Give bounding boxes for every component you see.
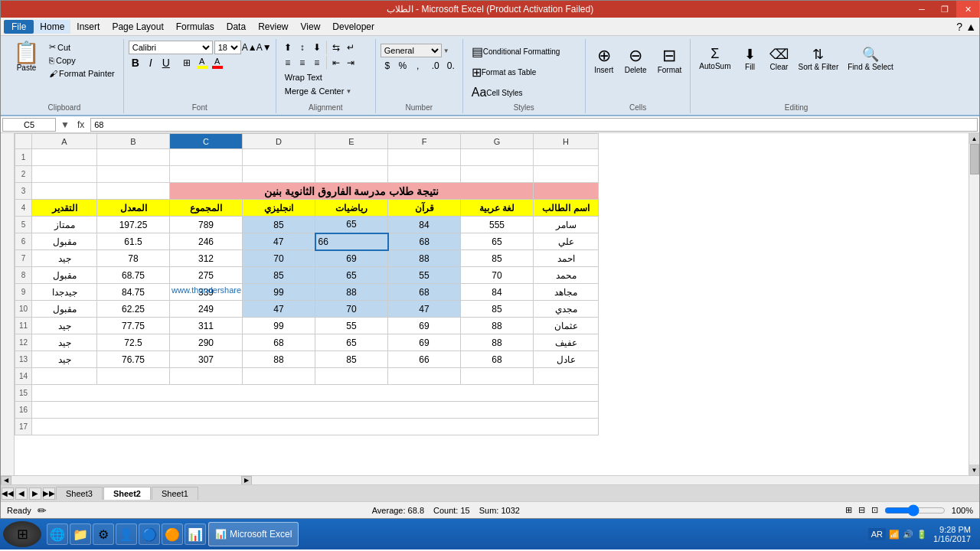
cell-english-5[interactable]: 99 — [243, 284, 315, 301]
taskbar-folder-btn[interactable]: 📁 — [70, 523, 91, 545]
sheet-nav-next[interactable]: ▶ — [29, 487, 41, 500]
header-moaadal[interactable]: المعدل — [97, 200, 170, 217]
cell-b2[interactable] — [97, 166, 170, 183]
underline-button[interactable]: U — [159, 56, 173, 70]
cell-e1[interactable] — [315, 149, 388, 166]
cell-arabic-9[interactable]: 68 — [461, 351, 534, 368]
sheet-nav-last[interactable]: ▶▶ — [43, 487, 55, 500]
row-number-9[interactable]: 9 — [15, 284, 32, 301]
cell-english-6[interactable]: 47 — [243, 301, 315, 318]
scroll-thumb[interactable] — [970, 144, 979, 174]
cell-name-4[interactable]: محمد — [534, 267, 599, 284]
cell-quran-1[interactable]: 84 — [388, 217, 461, 233]
row-number-8[interactable]: 8 — [15, 267, 32, 284]
col-header-c[interactable]: C — [170, 134, 243, 149]
col-header-g[interactable]: G — [461, 134, 534, 149]
paste-button[interactable]: 📋 Paste — [10, 41, 43, 73]
increase-indent-btn[interactable]: ⇥ — [344, 56, 358, 70]
font-family-select[interactable]: Calibri — [129, 41, 213, 54]
cell-quran-5[interactable]: 68 — [388, 284, 461, 301]
help-icon[interactable]: ? — [956, 21, 962, 33]
row-number-11[interactable]: 11 — [15, 318, 32, 334]
align-left-btn[interactable]: ≡ — [281, 56, 295, 70]
cell-total-1[interactable]: 789 — [170, 217, 243, 233]
row-number-10[interactable]: 10 — [15, 301, 32, 318]
row-number-14[interactable]: 14 — [15, 368, 32, 385]
cell-styles-btn[interactable]: Aa Cell Styles — [468, 83, 580, 102]
cell-name-1[interactable]: سامر — [534, 217, 599, 233]
menu-developer[interactable]: Developer — [326, 20, 381, 34]
vertical-scrollbar[interactable]: ▲ ▼ — [969, 133, 979, 475]
cell-avg-3[interactable]: 78 — [97, 250, 170, 267]
cell-h3[interactable] — [534, 183, 599, 200]
cell-total-4[interactable]: 275 — [170, 267, 243, 284]
align-top-btn[interactable]: ⬆ — [281, 41, 295, 54]
cell-total-5[interactable]: 339www.thundershare.net — [170, 284, 243, 301]
row-number-7[interactable]: 7 — [15, 250, 32, 267]
cell-h14[interactable] — [534, 368, 599, 385]
cell-quran-7[interactable]: 69 — [388, 318, 461, 334]
decrease-font-btn[interactable]: A▼ — [257, 41, 271, 54]
h-scroll-track[interactable] — [11, 477, 241, 484]
cell-c14[interactable] — [170, 368, 243, 385]
decrease-decimal-btn[interactable]: 0. — [444, 59, 458, 73]
cell-arabic-3[interactable]: 85 — [461, 250, 534, 267]
row-number-3[interactable]: 3 — [15, 183, 32, 200]
row-number-4[interactable]: 4 — [15, 200, 32, 217]
cell-b3[interactable] — [97, 183, 170, 200]
cell-math-5[interactable]: 88 — [315, 284, 388, 301]
cell-arabic-7[interactable]: 88 — [461, 318, 534, 334]
cell-quran-4[interactable]: 55 — [388, 267, 461, 284]
cell-quran-6[interactable]: 47 — [388, 301, 461, 318]
col-header-d[interactable]: D — [243, 134, 315, 149]
border-button[interactable]: ⊞ — [180, 56, 194, 70]
cell-avg-7[interactable]: 77.75 — [97, 318, 170, 334]
close-button[interactable]: ✕ — [956, 1, 979, 18]
menu-file[interactable]: File — [4, 20, 34, 34]
fill-color-button[interactable]: A — [195, 56, 209, 70]
cell-name-3[interactable]: احمد — [534, 250, 599, 267]
header-math[interactable]: رياضيات — [315, 200, 388, 217]
formula-input[interactable] — [90, 118, 978, 132]
header-english[interactable]: انجليزي — [243, 200, 315, 217]
header-arabic[interactable]: لغة عربية — [461, 200, 534, 217]
cell-arabic-1[interactable]: 555 — [461, 217, 534, 233]
scroll-right-btn[interactable]: ▶ — [241, 476, 252, 485]
row-number-16[interactable]: 16 — [15, 402, 32, 419]
row-number-12[interactable]: 12 — [15, 334, 32, 351]
cell-b14[interactable] — [97, 368, 170, 385]
increase-decimal-btn[interactable]: .0 — [429, 59, 443, 73]
cell-e14[interactable] — [315, 368, 388, 385]
align-center-btn[interactable]: ≡ — [296, 56, 309, 70]
merge-dropdown-icon[interactable]: ▼ — [345, 88, 351, 95]
cell-f1[interactable] — [388, 149, 461, 166]
cell-taqdir-6[interactable]: مقبول — [32, 301, 97, 318]
taskbar-app-btn[interactable]: 🟠 — [162, 523, 183, 545]
row-number-2[interactable]: 2 — [15, 166, 32, 183]
font-size-select[interactable]: 18 — [214, 41, 241, 54]
cell-reference-input[interactable] — [2, 118, 56, 132]
taskbar-settings-btn[interactable]: ⚙ — [93, 523, 114, 545]
cell-taqdir-8[interactable]: جيد — [32, 334, 97, 351]
col-header-f[interactable]: F — [388, 134, 461, 149]
taskbar-media-btn[interactable]: 🔵 — [139, 523, 160, 545]
cell-d2[interactable] — [243, 166, 315, 183]
cell-arabic-5[interactable]: 84 — [461, 284, 534, 301]
sheet-tab-3[interactable]: Sheet3 — [56, 487, 103, 500]
cell-taqdir-2[interactable]: مقبول — [32, 233, 97, 250]
grid[interactable]: A B C D E F G H 1 — [15, 133, 969, 475]
cell-name-6[interactable]: مجدي — [534, 301, 599, 318]
cell-avg-4[interactable]: 68.75 — [97, 267, 170, 284]
cell-english-8[interactable]: 68 — [243, 334, 315, 351]
layout-normal-icon[interactable]: ⊞ — [845, 505, 852, 515]
cell-c2[interactable] — [170, 166, 243, 183]
cell-avg-1[interactable]: 197.25 — [97, 217, 170, 233]
cell-name-5[interactable]: مجاهد — [534, 284, 599, 301]
cell-quran-2[interactable]: 68 — [388, 233, 461, 250]
row-number-13[interactable]: 13 — [15, 351, 32, 368]
cell-total-6[interactable]: 249 — [170, 301, 243, 318]
cell-arabic-8[interactable]: 88 — [461, 334, 534, 351]
zoom-slider[interactable] — [884, 504, 946, 517]
format-as-table-btn[interactable]: ⊞ Format as Table — [468, 63, 580, 82]
cell-c1[interactable] — [170, 149, 243, 166]
